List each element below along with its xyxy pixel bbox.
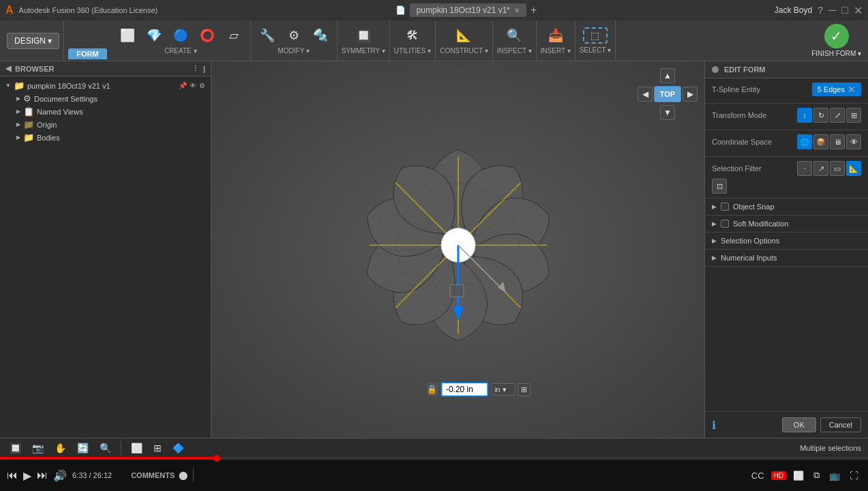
mini-player-btn[interactable]: ⧉ xyxy=(811,468,822,482)
theater-btn[interactable]: ⬜ xyxy=(790,469,807,482)
cc-btn[interactable]: CC xyxy=(749,469,767,482)
insert-label[interactable]: INSERT ▾ xyxy=(541,47,571,55)
coord-world-btn[interactable]: 🌐 xyxy=(797,134,812,149)
viewcube-btn[interactable]: 🔷 xyxy=(170,441,187,455)
object-snap-checkbox[interactable] xyxy=(721,203,729,211)
transform-mode-tools: ↕ ↻ ⤢ ⊞ xyxy=(797,108,861,123)
modify-label[interactable]: MODIFY ▾ xyxy=(278,47,309,55)
finish-form-label[interactable]: FINISH FORM ▾ xyxy=(811,50,861,57)
t-spline-clear-btn[interactable]: ✕ xyxy=(848,84,856,95)
browser-resize-handle[interactable]: | xyxy=(203,65,205,73)
grid-btn[interactable]: ⊞ xyxy=(151,441,164,455)
create-box-btn[interactable]: ⬜ xyxy=(115,27,140,44)
fullscreen-btn[interactable]: ⛶ xyxy=(847,469,861,482)
create-torus-btn[interactable]: ⭕ xyxy=(195,27,220,44)
construct-btn1[interactable]: 📐 xyxy=(451,27,476,44)
filter-edge-btn[interactable]: ↗ xyxy=(813,161,828,176)
close-btn[interactable]: ✕ xyxy=(854,4,863,17)
browser-title: BROWSER xyxy=(15,65,54,73)
snap-btn[interactable]: 🔲 xyxy=(7,441,24,455)
tree-item-named-views[interactable]: ▶ 📋 Named Views xyxy=(14,105,208,118)
create-cyl-btn[interactable]: 🔵 xyxy=(168,27,193,44)
viewport[interactable]: 🔒 in ▾ mm cm ⊞ ▲ ◀ TOP ▶ xyxy=(211,61,704,438)
create-plane-btn[interactable]: ▱ xyxy=(222,27,246,44)
view-cube-face-top[interactable]: TOP xyxy=(654,86,681,102)
filter-face-btn[interactable]: ▭ xyxy=(830,161,845,176)
orbit-left-btn[interactable]: ◀ xyxy=(638,87,653,102)
utilities-label[interactable]: UTILITIES ▾ xyxy=(394,47,431,55)
browser-menu-icon[interactable]: ⋮ xyxy=(192,64,199,73)
filter-extra-btn[interactable]: ⊡ xyxy=(712,179,727,194)
ribbon-group-select: ⬚ SELECT ▾ xyxy=(575,20,616,61)
soft-modification-row[interactable]: ▶ Soft Modification xyxy=(705,215,868,233)
tree-item-doc-settings[interactable]: ▶ ⚙ Document Settings xyxy=(14,92,208,105)
symmetry-btn1[interactable]: 🔲 xyxy=(351,27,376,44)
orbit-up-btn[interactable]: ▲ xyxy=(660,68,675,83)
tree-item-origin[interactable]: ▶ 📁 Origin xyxy=(14,118,208,131)
volume-btn[interactable]: 🔊 xyxy=(53,469,67,482)
select-label[interactable]: SELECT ▾ xyxy=(580,46,612,54)
coord-screen-btn[interactable]: 🖥 xyxy=(830,134,845,149)
object-snap-row[interactable]: ▶ Object Snap xyxy=(705,198,868,215)
ok-button[interactable]: OK xyxy=(782,417,816,432)
skip-back-btn[interactable]: ⏮ xyxy=(7,469,18,481)
capture-btn[interactable]: 📷 xyxy=(29,441,46,455)
title-tab[interactable]: pumpkin 18Oct19 v21 v1* ✕ xyxy=(410,3,526,17)
display-settings-btn[interactable]: ⬜ xyxy=(128,441,145,455)
select-btn1[interactable]: ⬚ xyxy=(583,27,608,44)
selection-options-row[interactable]: ▶ Selection Options xyxy=(705,233,868,250)
ribbon-group-symmetry: 🔲 SYMMETRY ▾ xyxy=(338,20,390,61)
inspect-btn1[interactable]: 🔍 xyxy=(502,27,526,44)
insert-btn1[interactable]: 📥 xyxy=(543,27,568,44)
tree-eye-icon[interactable]: 👁 xyxy=(190,82,196,89)
progress-bar[interactable] xyxy=(0,457,868,460)
value-input[interactable] xyxy=(440,382,488,397)
transform-mode-combined-btn[interactable]: ⊞ xyxy=(846,108,861,123)
filter-vertex-btn[interactable]: ⬝ xyxy=(797,161,812,176)
utilities-btn1[interactable]: 🛠 xyxy=(400,27,425,44)
create-label[interactable]: CREATE ▾ xyxy=(164,47,197,55)
construct-label[interactable]: CONSTRUCT ▾ xyxy=(440,47,488,55)
add-tab-btn[interactable]: + xyxy=(530,4,537,16)
modify-btn3[interactable]: 🔩 xyxy=(308,27,333,44)
browser-collapse-icon[interactable]: ◀ xyxy=(5,64,11,73)
coord-local-btn[interactable]: 📦 xyxy=(813,134,828,149)
inspect-label[interactable]: INSPECT ▾ xyxy=(497,47,532,55)
create-sphere-btn[interactable]: 💎 xyxy=(142,27,166,44)
modify-btn1[interactable]: 🔧 xyxy=(255,27,280,44)
maximize-btn[interactable]: □ xyxy=(841,4,848,17)
play-btn[interactable]: ▶ xyxy=(23,469,31,482)
cancel-button[interactable]: Cancel xyxy=(820,417,861,432)
cast-btn[interactable]: 📺 xyxy=(826,469,843,482)
value-input-overlay: 🔒 in ▾ mm cm ⊞ xyxy=(427,382,530,397)
finish-form-btn[interactable]: ✓ xyxy=(824,24,849,48)
orbit-btn[interactable]: 🔄 xyxy=(74,441,91,455)
soft-mod-checkbox[interactable] xyxy=(721,220,729,228)
skip-fwd-btn[interactable]: ⏭ xyxy=(37,469,48,481)
value-expand-btn[interactable]: ⊞ xyxy=(518,383,530,396)
minimize-btn[interactable]: ─ xyxy=(828,4,836,17)
transform-mode-scale-btn[interactable]: ⤢ xyxy=(830,108,845,123)
orbit-right-btn[interactable]: ▶ xyxy=(683,87,698,102)
unit-dropdown[interactable]: in ▾ mm cm xyxy=(491,383,515,396)
form-tab-indicator[interactable]: FORM xyxy=(68,48,106,59)
filter-body-btn[interactable]: 📐 xyxy=(846,161,861,176)
numerical-inputs-row[interactable]: ▶ Numerical Inputs xyxy=(705,250,868,267)
help-icon[interactable]: ? xyxy=(818,5,823,16)
transform-mode-translate-btn[interactable]: ↕ xyxy=(797,108,812,123)
comments-toggle-btn[interactable]: ⬤ xyxy=(179,471,188,480)
design-dropdown-btn[interactable]: DESIGN ▾ xyxy=(7,33,59,49)
tab-close-btn[interactable]: ✕ xyxy=(514,7,520,14)
symmetry-label[interactable]: SYMMETRY ▾ xyxy=(342,47,385,55)
tree-item-root[interactable]: ▼ 📁 pumpkin 18Oct19 v21 v1 📌 👁 ⚙ xyxy=(3,79,208,92)
orbit-down-btn[interactable]: ▼ xyxy=(660,105,675,120)
zoom-btn[interactable]: 🔍 xyxy=(97,441,114,455)
hd-btn[interactable]: HD xyxy=(771,471,786,480)
pan-btn[interactable]: ✋ xyxy=(52,441,69,455)
tree-gear-icon[interactable]: ⚙ xyxy=(199,82,205,89)
coord-view-btn[interactable]: 👁 xyxy=(846,134,861,149)
transform-mode-rotate-btn[interactable]: ↻ xyxy=(813,108,828,123)
tree-item-bodies[interactable]: ▶ 📁 Bodies xyxy=(14,131,208,144)
modify-btn2[interactable]: ⚙ xyxy=(282,27,306,44)
ribbon-group-create: ⬜ 💎 🔵 ⭕ ▱ CREATE ▾ xyxy=(111,20,251,61)
